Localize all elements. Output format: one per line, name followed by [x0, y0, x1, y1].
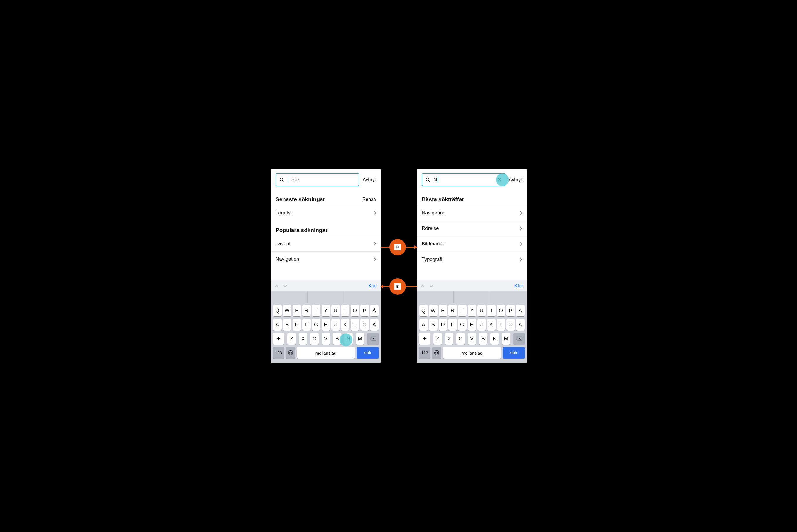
key-d[interactable]: D: [293, 319, 301, 330]
chevron-up-icon[interactable]: [421, 284, 425, 288]
search-field[interactable]: [276, 173, 359, 186]
key-k[interactable]: K: [341, 319, 350, 330]
key-v[interactable]: V: [321, 333, 330, 345]
chevron-down-icon[interactable]: [283, 284, 287, 288]
key-w[interactable]: W: [283, 305, 291, 317]
key-q[interactable]: Q: [419, 305, 428, 317]
search-key[interactable]: sök: [503, 347, 525, 359]
suggestion-slot[interactable]: [490, 291, 527, 303]
key-y[interactable]: Y: [468, 305, 476, 317]
key-d[interactable]: D: [439, 319, 447, 330]
key-o[interactable]: O: [351, 305, 359, 317]
numeric-key[interactable]: 123: [419, 347, 430, 359]
key-f[interactable]: F: [448, 319, 457, 330]
key-l[interactable]: L: [497, 319, 505, 330]
key-z[interactable]: Z: [287, 333, 296, 345]
cancel-button[interactable]: Avbryt: [363, 177, 376, 183]
key-c[interactable]: C: [456, 333, 465, 345]
list-item[interactable]: Navigation: [271, 251, 381, 267]
keyboard-done-button[interactable]: Klar: [514, 283, 523, 289]
waypoint-badge-top: B: [389, 239, 406, 255]
key-p[interactable]: P: [360, 305, 369, 317]
space-key[interactable]: mellanslag: [297, 347, 355, 359]
shift-key[interactable]: [273, 333, 284, 345]
key-i[interactable]: I: [487, 305, 496, 317]
key-n[interactable]: N: [490, 333, 499, 345]
key-g[interactable]: G: [458, 319, 467, 330]
key-m[interactable]: M: [502, 333, 510, 345]
key-g[interactable]: G: [312, 319, 320, 330]
chevron-right-icon: [374, 257, 376, 261]
key-x[interactable]: X: [299, 333, 307, 345]
key-i[interactable]: I: [341, 305, 350, 317]
clear-recent-button[interactable]: Rensa: [363, 197, 376, 202]
key-a[interactable]: A: [273, 319, 282, 330]
key-t[interactable]: T: [458, 305, 467, 317]
key-q[interactable]: Q: [273, 305, 282, 317]
key-s[interactable]: S: [429, 319, 438, 330]
suggestion-slot[interactable]: [271, 291, 308, 303]
key-o[interactable]: O: [497, 305, 505, 317]
key-x[interactable]: X: [445, 333, 453, 345]
svg-point-5: [290, 352, 290, 353]
key-ö[interactable]: Ö: [360, 319, 369, 330]
space-key[interactable]: mellanslag: [443, 347, 501, 359]
key-f[interactable]: F: [302, 319, 311, 330]
list-item[interactable]: Rörelse: [417, 221, 527, 236]
key-w[interactable]: W: [429, 305, 438, 317]
key-ä[interactable]: Ä: [370, 319, 378, 330]
key-e[interactable]: E: [293, 305, 301, 317]
emoji-key[interactable]: [432, 347, 441, 359]
list-item[interactable]: Typografi: [417, 252, 527, 267]
key-r[interactable]: R: [302, 305, 311, 317]
key-c[interactable]: C: [310, 333, 319, 345]
key-å[interactable]: Å: [370, 305, 378, 317]
key-j[interactable]: J: [478, 319, 486, 330]
key-t[interactable]: T: [312, 305, 320, 317]
emoji-key[interactable]: [286, 347, 295, 359]
suggestion-slot[interactable]: [454, 291, 490, 303]
chevron-up-icon[interactable]: [274, 284, 278, 288]
list-item[interactable]: Logotyp: [271, 205, 381, 221]
suggestion-slot[interactable]: [344, 291, 381, 303]
key-l[interactable]: L: [351, 319, 359, 330]
key-ä[interactable]: Ä: [516, 319, 525, 330]
key-u[interactable]: U: [478, 305, 486, 317]
key-b[interactable]: B: [333, 333, 341, 345]
key-k[interactable]: K: [487, 319, 496, 330]
key-ö[interactable]: Ö: [506, 319, 515, 330]
shift-key[interactable]: [419, 333, 430, 345]
key-å[interactable]: Å: [516, 305, 525, 317]
search-input[interactable]: [288, 177, 355, 183]
search-input-value: N: [433, 177, 437, 183]
keyboard-done-button[interactable]: Klar: [368, 283, 377, 289]
key-e[interactable]: E: [439, 305, 447, 317]
backspace-key[interactable]: [513, 333, 525, 345]
key-r[interactable]: R: [448, 305, 457, 317]
key-y[interactable]: Y: [321, 305, 330, 317]
key-n[interactable]: N: [344, 333, 353, 345]
key-j[interactable]: J: [331, 319, 340, 330]
chevron-down-icon[interactable]: [429, 284, 433, 288]
cancel-button[interactable]: Avbryt: [509, 177, 522, 183]
key-m[interactable]: M: [356, 333, 364, 345]
list-item[interactable]: Bildmanér: [417, 236, 527, 252]
key-z[interactable]: Z: [433, 333, 442, 345]
suggestion-slot[interactable]: [308, 291, 344, 303]
search-field[interactable]: N: [422, 173, 505, 186]
clear-input-icon[interactable]: [497, 177, 502, 182]
key-p[interactable]: P: [506, 305, 515, 317]
key-b[interactable]: B: [479, 333, 487, 345]
search-key[interactable]: sök: [356, 347, 379, 359]
key-h[interactable]: H: [321, 319, 330, 330]
key-s[interactable]: S: [283, 319, 291, 330]
suggestion-slot[interactable]: [417, 291, 454, 303]
key-a[interactable]: A: [419, 319, 428, 330]
list-item[interactable]: Layout: [271, 236, 381, 251]
backspace-key[interactable]: [367, 333, 379, 345]
key-u[interactable]: U: [331, 305, 340, 317]
list-item[interactable]: Navigering: [417, 205, 527, 221]
key-v[interactable]: V: [468, 333, 476, 345]
key-h[interactable]: H: [468, 319, 476, 330]
numeric-key[interactable]: 123: [273, 347, 284, 359]
